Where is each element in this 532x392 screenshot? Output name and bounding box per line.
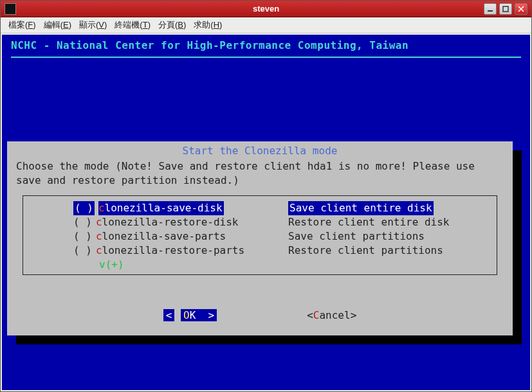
terminal[interactable]: NCHC - National Center for High-Performa… xyxy=(2,35,530,390)
window-buttons xyxy=(484,3,527,15)
option-desc: Restore client entire disk xyxy=(288,215,449,229)
maximize-icon xyxy=(502,6,509,12)
dialog-buttons: < OK > <Cancel> xyxy=(7,308,513,323)
option-desc: Restore client partitions xyxy=(288,244,443,258)
svg-rect-0 xyxy=(488,10,493,12)
radio-marker: ( ) xyxy=(73,244,92,258)
svg-rect-1 xyxy=(503,6,508,12)
maximize-button[interactable] xyxy=(499,3,512,15)
option-name: clonezilla-save-disk xyxy=(98,201,224,215)
header-rule xyxy=(11,57,521,58)
menu-terminal[interactable]: 終端機(T) xyxy=(112,18,153,32)
minimize-button[interactable] xyxy=(484,3,497,15)
ok-button[interactable]: < OK > xyxy=(163,308,217,323)
radio-marker: ( ) xyxy=(73,201,95,215)
more-indicator: v(+) xyxy=(23,258,497,272)
terminal-icon xyxy=(5,3,16,15)
window-title: steven xyxy=(253,4,279,13)
option-clonezilla-save-disk[interactable]: ( )clonezilla-save-diskSave client entir… xyxy=(23,201,497,215)
option-box: ( )clonezilla-save-diskSave client entir… xyxy=(23,195,497,275)
option-clonezilla-restore-disk[interactable]: ( )clonezilla-restore-diskRestore client… xyxy=(23,215,497,229)
option-name: clonezilla-save-parts xyxy=(96,229,226,244)
header-text: NCHC - National Center for High-Performa… xyxy=(11,39,408,53)
menu-help[interactable]: 求助(H) xyxy=(191,18,225,32)
cancel-button[interactable]: <Cancel> xyxy=(307,308,356,323)
menu-tabs[interactable]: 分頁(B) xyxy=(156,18,188,32)
dialog-text: Choose the mode (Note! Save and restore … xyxy=(16,159,504,188)
option-desc: Save client entire disk xyxy=(288,201,434,215)
option-name: clonezilla-restore-parts xyxy=(96,244,244,258)
menubar: 檔案(F) 編輯(E) 顯示(V) 終端機(T) 分頁(B) 求助(H) xyxy=(1,17,531,33)
radio-marker: ( ) xyxy=(73,215,92,229)
client-area: NCHC - National Center for High-Performa… xyxy=(1,33,531,391)
option-name: clonezilla-restore-disk xyxy=(96,215,239,229)
app-window: steven 檔案(F) 編輯(E) 顯示(V) 終端機(T) 分頁(B) 求助… xyxy=(0,0,532,392)
option-clonezilla-save-parts[interactable]: ( )clonezilla-save-partsSave client part… xyxy=(23,229,497,244)
close-button[interactable] xyxy=(515,3,527,15)
menu-view[interactable]: 顯示(V) xyxy=(77,18,109,32)
menu-file[interactable]: 檔案(F) xyxy=(6,18,39,32)
option-desc: Save client partitions xyxy=(288,229,425,244)
close-icon xyxy=(518,6,524,12)
radio-marker: ( ) xyxy=(73,229,92,244)
titlebar[interactable]: steven xyxy=(1,1,531,17)
mode-dialog: Start the Clonezilla mode Choose the mod… xyxy=(7,141,513,335)
dialog-title: Start the Clonezilla mode xyxy=(7,144,513,158)
menu-edit[interactable]: 編輯(E) xyxy=(41,18,74,32)
option-clonezilla-restore-parts[interactable]: ( )clonezilla-restore-partsRestore clien… xyxy=(23,244,497,258)
minimize-icon xyxy=(487,6,493,12)
